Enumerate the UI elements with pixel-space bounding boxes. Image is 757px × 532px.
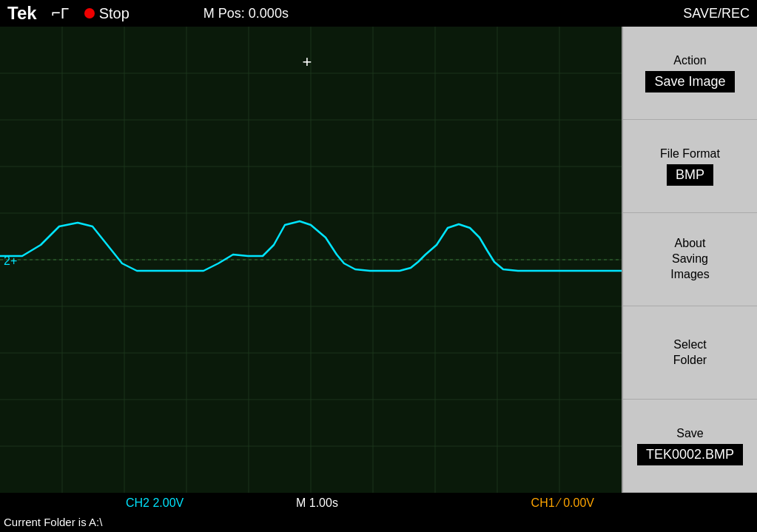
current-folder: Current Folder is A:\ [4,516,102,528]
file-format-label: File Format [660,147,720,162]
ch2-info: CH2 2.00V [126,496,184,510]
save-rec-label: SAVE/REC [683,6,750,21]
action-value: Save Image [645,71,734,92]
save-filename: TEK0002.BMP [637,444,743,465]
about-label: About Saving Images [670,236,709,282]
stop-area: Stop [84,5,129,22]
file-format-value: BMP [667,164,713,186]
trigger-icon: ⌐Γ [52,4,70,22]
top-bar: Tek ⌐Γ Stop M Pos: 0.000s SAVE/REC [0,0,757,27]
scope-area: 2+ + [0,27,622,493]
bottom-bar: CH2 2.00V M 1.00s CH1 ∕ 0.00V Current Fo… [0,493,757,532]
action-label: Action [673,53,706,69]
svg-text:+: + [303,53,312,71]
m-pos-display: M Pos: 0.000s [203,6,289,21]
right-panel: Action Save Image File Format BMP About … [622,27,757,493]
save-button[interactable]: Save TEK0002.BMP [623,400,757,493]
file-format-button[interactable]: File Format BMP [623,120,757,213]
select-folder-label: Select Folder [673,337,707,368]
ch1-info: CH1 ∕ 0.00V [531,496,594,510]
action-button[interactable]: Action Save Image [623,27,757,120]
save-label: Save [676,426,703,442]
tek-logo: Tek [7,3,37,24]
m-timebase-info: M 1.00s [296,496,338,510]
about-saving-images-button[interactable]: About Saving Images [623,213,757,306]
stop-dot [84,8,95,18]
oscilloscope-display: 2+ + [0,27,622,493]
select-folder-button[interactable]: Select Folder [623,306,757,400]
stop-label: Stop [99,5,129,22]
